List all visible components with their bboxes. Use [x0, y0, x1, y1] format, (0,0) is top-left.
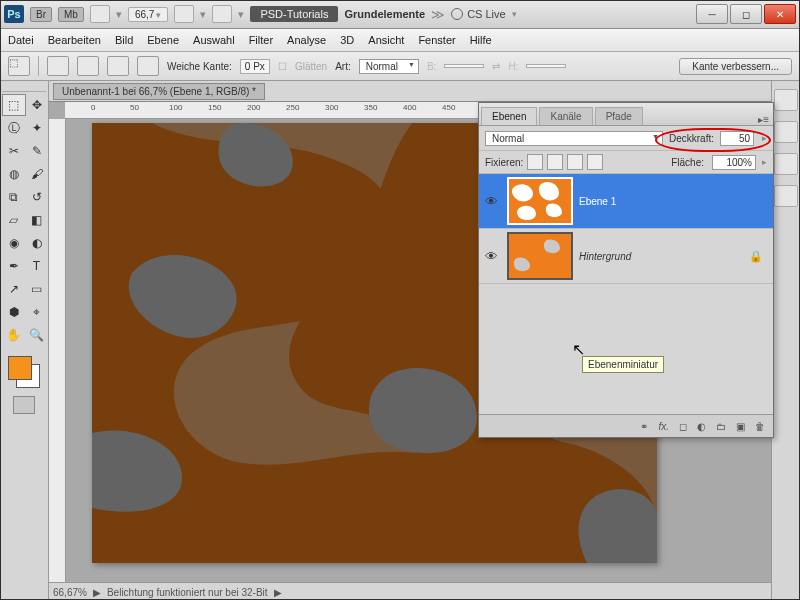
tool-blur[interactable]: ◉	[2, 232, 26, 254]
fx-icon[interactable]: fx.	[658, 421, 669, 432]
document-tab[interactable]: Unbenannt-1 bei 66,7% (Ebene 1, RGB/8) *	[53, 83, 265, 100]
tool-gradient[interactable]: ◧	[25, 209, 49, 231]
marquee-int-icon[interactable]	[137, 56, 159, 76]
blendmode-select[interactable]: Normal	[485, 131, 663, 146]
panel-icon-1[interactable]	[774, 89, 798, 111]
panel-icon-3[interactable]	[774, 153, 798, 175]
tools-grip[interactable]	[2, 83, 46, 92]
trash-icon[interactable]: 🗑	[755, 421, 765, 432]
lock-trans-icon[interactable]	[527, 154, 543, 170]
menu-fenster[interactable]: Fenster	[418, 34, 455, 46]
status-bar: 66,67% ▶ Belichtung funktioniert nur bei…	[49, 582, 771, 600]
tool-3d[interactable]: ⬢	[2, 301, 26, 323]
cslive-button[interactable]: CS Live▾	[451, 8, 517, 20]
tool-marquee[interactable]: ⬚	[2, 94, 26, 116]
lock-all-icon[interactable]	[587, 154, 603, 170]
lock-pos-icon[interactable]	[567, 154, 583, 170]
menu-bild[interactable]: Bild	[115, 34, 133, 46]
fill-slider-arrow[interactable]: ▸	[762, 157, 767, 167]
minibridge-chip[interactable]: Mb	[58, 7, 84, 22]
menu-bearbeiten[interactable]: Bearbeiten	[48, 34, 101, 46]
layer-thumbnail[interactable]	[507, 177, 573, 225]
visibility-icon[interactable]: 👁	[485, 249, 499, 263]
tool-move[interactable]: ✥	[25, 94, 49, 116]
tool-preset-icon[interactable]: ⬚	[8, 56, 30, 76]
refine-edge-button[interactable]: Kante verbessern...	[679, 58, 792, 75]
close-button[interactable]: ✕	[764, 4, 796, 24]
tool-eyedrop[interactable]: ✎	[25, 140, 49, 162]
layer-list: 👁 Ebene 1 👁 Hintergrund 🔒	[479, 174, 773, 414]
menu-filter[interactable]: Filter	[249, 34, 273, 46]
tool-zoom[interactable]: 🔍	[25, 324, 49, 346]
panel-icon-4[interactable]	[774, 185, 798, 207]
bridge-chip[interactable]: Br	[30, 7, 52, 22]
fg-color-swatch[interactable]	[8, 356, 32, 380]
quickmask-toggle[interactable]	[13, 396, 35, 414]
tool-hand[interactable]: ✋	[2, 324, 26, 346]
panel-menu-icon[interactable]: ▸≡	[758, 114, 769, 125]
adjustment-icon[interactable]: ◐	[697, 421, 706, 432]
menu-ebene[interactable]: Ebene	[147, 34, 179, 46]
group-icon[interactable]: 🗀	[716, 421, 726, 432]
menu-hilfe[interactable]: Hilfe	[470, 34, 492, 46]
feather-input[interactable]: 0 Px	[240, 59, 270, 74]
tool-history[interactable]: ↺	[25, 186, 49, 208]
workspace-name[interactable]: Grundelemente	[344, 8, 425, 20]
tool-dodge[interactable]: ◐	[25, 232, 49, 254]
marquee-sub-icon[interactable]	[107, 56, 129, 76]
marquee-add-icon[interactable]	[77, 56, 99, 76]
color-swatches[interactable]	[6, 354, 42, 390]
menu-3d[interactable]: 3D	[340, 34, 354, 46]
status-zoom[interactable]: 66,67%	[53, 587, 87, 598]
opacity-slider-arrow[interactable]: ▸	[762, 133, 767, 143]
tool-shape[interactable]: ▭	[25, 278, 49, 300]
lock-pixel-icon[interactable]	[547, 154, 563, 170]
new-layer-icon[interactable]: ▣	[736, 421, 745, 432]
tool-lasso[interactable]: Ⓛ	[2, 117, 26, 139]
zoom-field[interactable]: 66,7▾	[128, 7, 168, 22]
panel-icon-2[interactable]	[774, 121, 798, 143]
menu-auswahl[interactable]: Auswahl	[193, 34, 235, 46]
tool-stamp[interactable]: ⧉	[2, 186, 26, 208]
opacity-input[interactable]: 50	[720, 131, 754, 146]
layer-name[interactable]: Hintergrund	[579, 251, 631, 262]
menu-datei[interactable]: Datei	[8, 34, 34, 46]
tool-text[interactable]: T	[25, 255, 49, 277]
visibility-icon[interactable]: 👁	[485, 194, 499, 208]
menu-ansicht[interactable]: Ansicht	[368, 34, 404, 46]
tool-pen[interactable]: ✒	[2, 255, 26, 277]
fill-input[interactable]: 100%	[712, 155, 756, 170]
tool-eraser[interactable]: ▱	[2, 209, 26, 231]
screenmode-icon[interactable]	[90, 5, 110, 23]
lock-icon: 🔒	[749, 250, 763, 263]
layer-name[interactable]: Ebene 1	[579, 196, 616, 207]
tool-path[interactable]: ↗	[2, 278, 26, 300]
marquee-rect-icon[interactable]	[47, 56, 69, 76]
tool-heal[interactable]: ◍	[2, 163, 26, 185]
extras-icon[interactable]	[212, 5, 232, 23]
collapsed-panels	[771, 81, 800, 600]
tab-pfade[interactable]: Pfade	[595, 107, 643, 125]
tool-crop[interactable]: ✂	[2, 140, 26, 162]
opacity-label: Deckkraft:	[669, 133, 714, 144]
layer-thumbnail[interactable]	[507, 232, 573, 280]
link-layers-icon[interactable]: ⚭	[640, 421, 648, 432]
tool-brush[interactable]: 🖌	[25, 163, 49, 185]
tab-kanaele[interactable]: Kanäle	[539, 107, 592, 125]
workspace-chip[interactable]: PSD-Tutorials	[250, 6, 338, 22]
width-input	[444, 64, 484, 68]
minimize-button[interactable]: ─	[696, 4, 728, 24]
layer-row[interactable]: 👁 Ebene 1	[479, 174, 773, 229]
maximize-button[interactable]: ◻	[730, 4, 762, 24]
tab-ebenen[interactable]: Ebenen	[481, 107, 537, 125]
mask-icon[interactable]: ◻	[679, 421, 687, 432]
tool-3dcam[interactable]: ⌖	[25, 301, 49, 323]
cslive-icon	[451, 8, 463, 20]
width-label: B:	[427, 61, 436, 72]
arrange-icon[interactable]	[174, 5, 194, 23]
ruler-vertical[interactable]	[49, 119, 66, 582]
layer-row[interactable]: 👁 Hintergrund 🔒	[479, 229, 773, 284]
style-select[interactable]: Normal	[359, 59, 419, 74]
tool-wand[interactable]: ✦	[25, 117, 49, 139]
menu-analyse[interactable]: Analyse	[287, 34, 326, 46]
